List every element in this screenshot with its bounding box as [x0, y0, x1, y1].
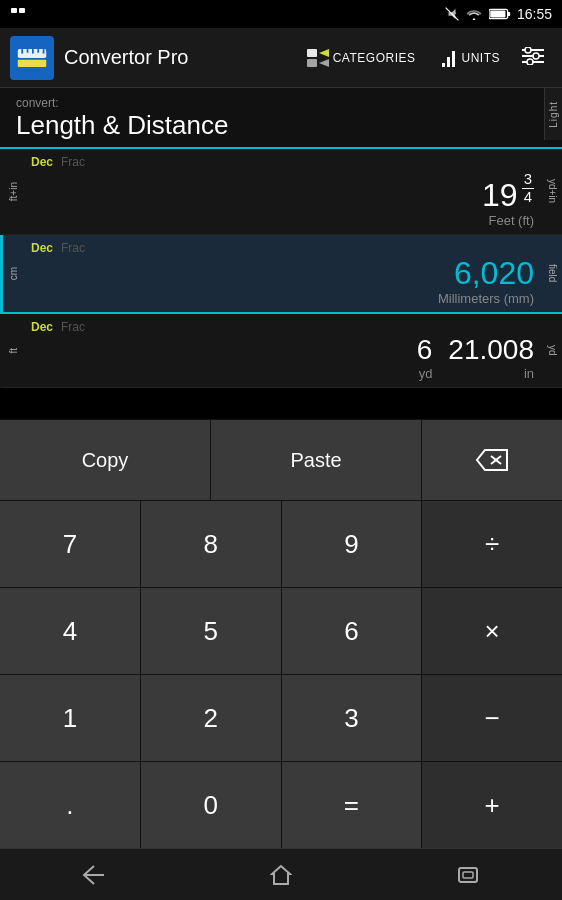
- keyboard-row-1: 1 2 3 −: [0, 674, 562, 761]
- conversion-row-1: ft+in Dec Frac 19 3 4 Feet (ft) yd+in: [0, 149, 562, 235]
- home-button[interactable]: [251, 855, 311, 895]
- svg-marker-26: [477, 450, 507, 470]
- key-minus[interactable]: −: [422, 675, 562, 761]
- home-icon: [270, 864, 292, 886]
- svg-rect-12: [43, 49, 45, 53]
- row1-values: 19 3 4: [31, 171, 534, 211]
- row1-dec-btn[interactable]: Dec: [31, 155, 53, 169]
- row2-value: 6,020: [454, 257, 534, 289]
- logo-icon: [16, 42, 48, 74]
- svg-marker-16: [319, 59, 329, 67]
- svg-rect-9: [27, 49, 29, 53]
- row3-unit1: yd: [419, 366, 433, 381]
- row3-left-side[interactable]: ft: [3, 314, 23, 387]
- keyboard-row-4: 4 5 6 ×: [0, 587, 562, 674]
- row2-right-label: field: [547, 264, 558, 282]
- key-9[interactable]: 9: [282, 501, 423, 587]
- units-icon: [440, 49, 458, 67]
- key-divide[interactable]: ÷: [422, 501, 562, 587]
- key-7[interactable]: 7: [0, 501, 141, 587]
- row3-unit2: in: [524, 366, 534, 381]
- row1-left-side[interactable]: ft+in: [3, 149, 23, 234]
- status-time: 16:55: [517, 6, 552, 22]
- row1-dec-frac: Dec Frac: [31, 155, 534, 169]
- svg-rect-13: [307, 49, 317, 57]
- key-5[interactable]: 5: [141, 588, 282, 674]
- key-6[interactable]: 6: [282, 588, 423, 674]
- row3-value2: 21.008: [448, 336, 534, 364]
- recent-icon: [457, 864, 479, 886]
- svg-rect-4: [508, 12, 511, 16]
- row2-dec-btn[interactable]: Dec: [31, 241, 53, 255]
- side-tab-label: Light: [548, 101, 559, 128]
- row1-right-side[interactable]: yd+in: [542, 149, 562, 234]
- svg-rect-32: [463, 872, 473, 878]
- side-tab-light[interactable]: Light: [544, 88, 562, 140]
- back-icon: [80, 864, 108, 886]
- categories-button[interactable]: CATEGORIES: [297, 43, 426, 73]
- units-button[interactable]: UNITS: [430, 43, 511, 73]
- recent-button[interactable]: [438, 855, 498, 895]
- toolbar-actions: CATEGORIES UNITS: [297, 41, 552, 75]
- row1-main: Dec Frac 19 3 4 Feet (ft): [23, 149, 542, 234]
- svg-rect-18: [447, 57, 450, 67]
- toolbar: Convertor Pro CATEGORIES UNIT: [0, 28, 562, 88]
- svg-rect-10: [32, 49, 34, 53]
- row2-left-side[interactable]: cm: [3, 235, 23, 312]
- key-equals[interactable]: =: [282, 762, 423, 848]
- svg-rect-0: [11, 8, 17, 13]
- svg-point-24: [533, 53, 539, 59]
- back-button[interactable]: [64, 855, 124, 895]
- row3-dec-btn[interactable]: Dec: [31, 320, 53, 334]
- status-bar-right: 16:55: [445, 6, 552, 22]
- app-logo: [10, 36, 54, 80]
- svg-rect-8: [21, 49, 23, 53]
- svg-point-23: [525, 47, 531, 53]
- paste-button[interactable]: Paste: [211, 420, 422, 500]
- row3-right-side[interactable]: yd: [542, 314, 562, 387]
- row1-right-label: yd+in: [547, 179, 558, 203]
- svg-rect-19: [452, 51, 455, 67]
- convert-label: convert:: [16, 96, 546, 110]
- row3-values: 6 yd 21.008 in: [31, 336, 534, 381]
- adjust-icon: [522, 47, 544, 65]
- row2-right-side[interactable]: field: [542, 235, 562, 312]
- key-4[interactable]: 4: [0, 588, 141, 674]
- backspace-button[interactable]: [422, 420, 562, 500]
- row1-frac-btn[interactable]: Frac: [61, 155, 85, 169]
- svg-rect-5: [490, 11, 505, 18]
- row3-pair2: 21.008 in: [448, 336, 534, 381]
- key-0[interactable]: 0: [141, 762, 282, 848]
- row3-main: Dec Frac 6 yd 21.008 in: [23, 314, 542, 387]
- convert-title: Length & Distance: [16, 110, 546, 141]
- conversion-row-3: ft Dec Frac 6 yd 21.008 in yd: [0, 314, 562, 388]
- svg-rect-7: [18, 59, 46, 66]
- row3-pair1: 6 yd: [417, 336, 433, 381]
- svg-rect-15: [307, 59, 317, 67]
- svg-marker-14: [319, 49, 329, 57]
- key-2[interactable]: 2: [141, 675, 282, 761]
- adjust-button[interactable]: [514, 41, 552, 75]
- row2-main: Dec Frac 6,020 Millimeters (mm): [23, 235, 542, 312]
- key-8[interactable]: 8: [141, 501, 282, 587]
- row3-value1: 6: [417, 336, 433, 364]
- row3-left-label: ft: [8, 348, 19, 354]
- row2-frac-btn[interactable]: Frac: [61, 241, 85, 255]
- row3-frac-btn[interactable]: Frac: [61, 320, 85, 334]
- key-1[interactable]: 1: [0, 675, 141, 761]
- backspace-icon: [475, 448, 509, 472]
- key-multiply[interactable]: ×: [422, 588, 562, 674]
- svg-point-25: [527, 59, 533, 65]
- key-plus[interactable]: +: [422, 762, 562, 848]
- key-dot[interactable]: .: [0, 762, 141, 848]
- row1-frac-den: 4: [522, 189, 534, 206]
- svg-rect-11: [37, 49, 39, 53]
- svg-line-2: [446, 8, 459, 21]
- copy-button[interactable]: Copy: [0, 420, 211, 500]
- row1-value-int: 19: [482, 179, 518, 211]
- app-title: Convertor Pro: [64, 46, 297, 69]
- key-3[interactable]: 3: [282, 675, 423, 761]
- row2-unit: Millimeters (mm): [31, 291, 534, 306]
- categories-label: CATEGORIES: [333, 51, 416, 65]
- row2-dec-frac: Dec Frac: [31, 241, 534, 255]
